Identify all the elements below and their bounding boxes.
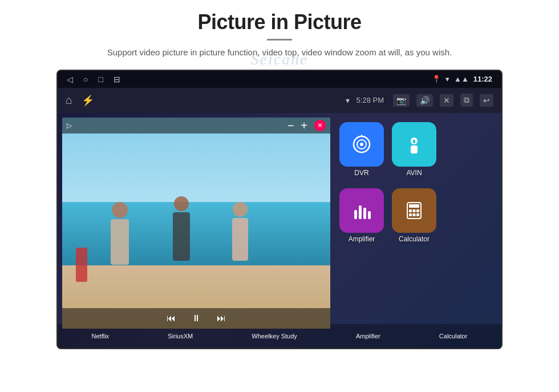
bottom-siriusxm[interactable]: SiriusXM — [168, 333, 193, 340]
app-avin[interactable]: AVIN — [392, 122, 436, 177]
svg-rect-15 — [416, 209, 419, 212]
svg-rect-8 — [359, 205, 362, 219]
nav-back-icon[interactable]: ◁ — [67, 75, 73, 84]
amplifier-icon — [339, 188, 384, 233]
pip-next-btn[interactable]: ⏭ — [217, 313, 226, 324]
pip-container[interactable]: ▷ − + ✕ — [62, 118, 330, 329]
nav-home-icon[interactable]: ○ — [83, 75, 88, 84]
device-frame: ◁ ○ □ ⊟ 📍 ▾ ▲▲ 11:22 ⌂ ⚡ ▾ 5:28 PM 📷 — [56, 70, 503, 349]
status-time: 11:22 — [473, 75, 492, 83]
wifi-toolbar-icon: ▾ — [346, 96, 350, 105]
pip-play-icon[interactable]: ▷ — [67, 122, 72, 130]
app-row-2: Amplifier — [339, 188, 492, 243]
pip-pause-btn[interactable]: ⏸ — [192, 313, 201, 324]
nav-recent-icon[interactable]: □ — [98, 75, 103, 84]
dvr-icon — [339, 122, 384, 167]
bottom-wheelkey-label: Wheelkey Study — [252, 333, 297, 340]
svg-rect-18 — [416, 213, 419, 216]
dvr-label: DVR — [354, 169, 368, 177]
back-button[interactable]: ↩ — [480, 94, 493, 107]
bottom-netflix-label: Netflix — [92, 333, 110, 340]
subtitle: Support video picture in picture functio… — [107, 46, 452, 59]
calculator-icon — [392, 188, 436, 233]
svg-rect-12 — [409, 204, 419, 208]
main-content: ▷ − + ✕ — [58, 113, 501, 348]
volume-button[interactable]: 🔊 — [416, 94, 433, 107]
amplifier-svg — [351, 200, 372, 221]
bottom-amplifier-label: Amplifier — [356, 333, 380, 340]
home-icon[interactable]: ⌂ — [66, 94, 72, 107]
pip-maximize-btn[interactable]: + — [301, 120, 307, 131]
bottom-amplifier[interactable]: Amplifier — [356, 333, 380, 340]
svg-rect-14 — [413, 209, 416, 212]
close-x-button[interactable]: ✕ — [440, 94, 453, 107]
person-2 — [164, 196, 199, 282]
status-bar: ◁ ○ □ ⊟ 📍 ▾ ▲▲ 11:22 — [58, 71, 501, 88]
usb-icon: ⚡ — [82, 94, 94, 107]
pip-controls-right: − + ✕ — [287, 120, 326, 131]
app-calculator[interactable]: Calculator — [392, 188, 436, 243]
app-dvr[interactable]: DVR — [339, 122, 384, 177]
beach-object — [76, 248, 87, 282]
status-right: 📍 ▾ ▲▲ 11:22 — [432, 75, 492, 83]
window-button[interactable]: ⧉ — [460, 94, 473, 107]
toolbar-left: ⌂ ⚡ — [66, 94, 94, 107]
page-wrapper: Picture in Picture Seicane Support video… — [0, 0, 559, 392]
bottom-netflix[interactable]: Netflix — [92, 333, 110, 340]
avin-icon — [392, 122, 436, 167]
pip-bottom-controls: ⏮ ⏸ ⏭ — [62, 308, 330, 329]
nav-extra-icon[interactable]: ⊟ — [114, 75, 120, 84]
avin-svg — [404, 134, 424, 155]
bottom-calculator-label: Calculator — [439, 333, 468, 340]
pip-close-btn[interactable]: ✕ — [314, 120, 326, 131]
signal-icon: ▲▲ — [454, 75, 469, 83]
bottom-calculator[interactable]: Calculator — [439, 333, 468, 340]
avin-label: AVIN — [406, 169, 422, 177]
calculator-label: Calculator — [399, 235, 430, 243]
person-1 — [103, 202, 137, 282]
svg-rect-9 — [363, 208, 366, 219]
page-title: Picture in Picture — [197, 10, 361, 34]
camera-button[interactable]: 📷 — [393, 94, 410, 107]
app-amplifier[interactable]: Amplifier — [339, 188, 384, 243]
pip-video-content — [62, 118, 330, 329]
svg-rect-10 — [368, 211, 371, 219]
location-icon: 📍 — [432, 75, 441, 83]
pip-top-bar: ▷ − + ✕ — [62, 118, 330, 134]
svg-rect-16 — [409, 213, 412, 216]
dvr-svg — [351, 134, 372, 155]
wifi-icon: ▾ — [445, 75, 449, 83]
svg-rect-7 — [354, 210, 357, 219]
title-divider — [267, 39, 292, 41]
pip-prev-btn[interactable]: ⏮ — [167, 313, 176, 324]
nav-icons: ◁ ○ □ ⊟ — [67, 75, 120, 84]
svg-rect-5 — [411, 146, 418, 153]
amplifier-label: Amplifier — [349, 235, 375, 243]
toolbar-right: ▾ 5:28 PM 📷 🔊 ✕ ⧉ ↩ — [346, 94, 493, 107]
top-toolbar: ⌂ ⚡ ▾ 5:28 PM 📷 🔊 ✕ ⧉ ↩ — [58, 88, 501, 113]
bottom-wheelkey[interactable]: Wheelkey Study — [252, 333, 297, 340]
svg-rect-6 — [413, 140, 415, 143]
svg-rect-13 — [409, 209, 412, 212]
svg-rect-17 — [413, 213, 416, 216]
pip-minimize-btn[interactable]: − — [287, 120, 294, 131]
calculator-svg — [404, 200, 424, 221]
app-row-1: DVR AVIN — [339, 122, 492, 177]
person-3 — [223, 202, 257, 282]
toolbar-time: 5:28 PM — [357, 96, 384, 104]
app-icons-section: DVR AVIN — [330, 113, 501, 348]
svg-point-2 — [360, 143, 363, 146]
bottom-siriusxm-label: SiriusXM — [168, 333, 193, 340]
